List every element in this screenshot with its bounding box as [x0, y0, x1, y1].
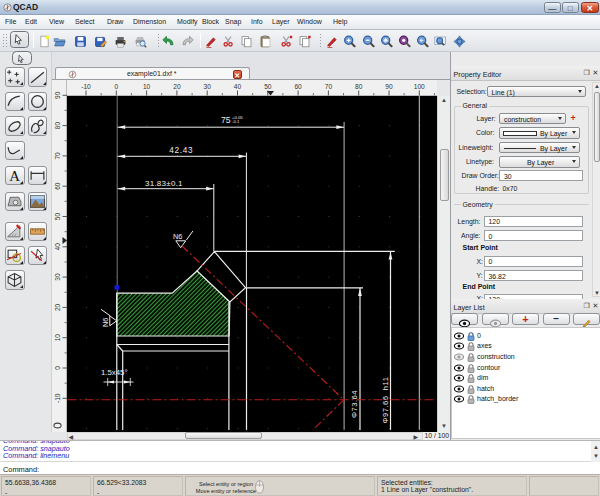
- svg-text:-10: -10: [54, 393, 61, 403]
- svg-text:90: 90: [385, 83, 393, 90]
- svg-text:N6: N6: [100, 317, 109, 326]
- svg-text:80: 80: [54, 121, 61, 129]
- svg-text:40: 40: [54, 242, 61, 250]
- svg-text:50: 50: [54, 212, 61, 220]
- svg-text:90: 90: [54, 91, 61, 99]
- svg-text:N6: N6: [173, 232, 182, 241]
- svg-text:50: 50: [264, 83, 272, 90]
- svg-text:60: 60: [54, 182, 61, 190]
- svg-text:20: 20: [173, 83, 181, 90]
- svg-text:80: 80: [355, 83, 363, 90]
- svg-text:-0.1: -0.1: [232, 119, 240, 124]
- svg-text:31.83±0.1: 31.83±0.1: [145, 179, 183, 188]
- svg-text:30: 30: [203, 83, 211, 90]
- svg-text:20: 20: [54, 303, 61, 311]
- svg-text:10: 10: [54, 333, 61, 341]
- svg-text:0: 0: [114, 83, 118, 90]
- svg-text:A: A: [9, 168, 20, 184]
- svg-text:1.5x45°: 1.5x45°: [101, 368, 128, 377]
- svg-text:Φ73.64: Φ73.64: [349, 389, 358, 417]
- svg-text:42.43: 42.43: [169, 146, 193, 155]
- svg-text:30: 30: [54, 273, 61, 281]
- svg-text:60: 60: [294, 83, 302, 90]
- svg-text:100: 100: [413, 83, 424, 90]
- svg-text:0: 0: [54, 365, 61, 369]
- svg-text:70: 70: [54, 151, 61, 159]
- svg-text:70: 70: [324, 83, 332, 90]
- svg-text:-10: -10: [81, 83, 91, 90]
- svg-text:40: 40: [233, 83, 241, 90]
- svg-text:75: 75: [221, 115, 231, 125]
- svg-text:10: 10: [142, 83, 150, 90]
